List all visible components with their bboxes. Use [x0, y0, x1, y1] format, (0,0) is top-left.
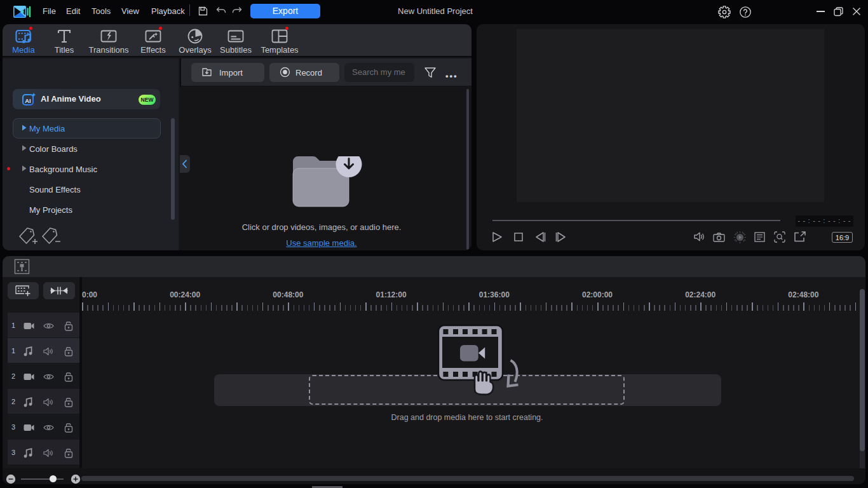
svg-text:AI: AI: [25, 97, 31, 104]
